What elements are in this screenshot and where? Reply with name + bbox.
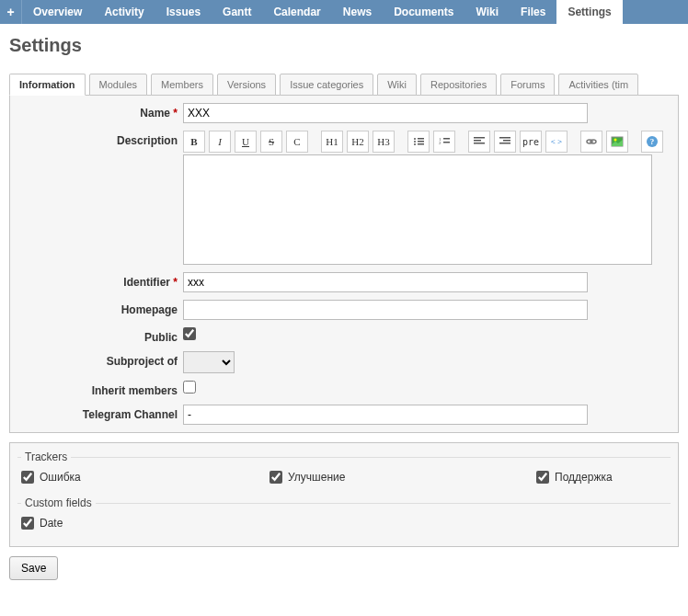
svg-point-2	[414, 141, 416, 143]
subtab-activities-tim[interactable]: Activities (tim	[558, 74, 638, 96]
nav-tab-settings[interactable]: Settings	[556, 0, 622, 24]
svg-point-19	[614, 139, 617, 142]
subproject-label: Subproject of	[107, 355, 178, 368]
identifier-input[interactable]	[183, 272, 588, 292]
nav-tab-documents[interactable]: Documents	[383, 0, 464, 24]
subtab-repositories[interactable]: Repositories	[420, 74, 497, 96]
svg-text:?: ?	[650, 137, 655, 146]
required-mark: *	[173, 276, 178, 289]
tracker-label: Поддержка	[555, 471, 613, 484]
toolbar-spacer	[459, 131, 464, 153]
svg-rect-15	[499, 143, 510, 144]
subtab-wiki[interactable]: Wiki	[377, 74, 417, 96]
page-title: Settings	[0, 24, 688, 73]
link-icon[interactable]	[580, 131, 602, 153]
tracker-label: Ошибка	[40, 471, 81, 484]
settings-subtabs: InformationModulesMembersVersionsIssue c…	[0, 74, 688, 96]
align-left-icon[interactable]	[468, 131, 490, 153]
custom-fields-legend: Custom fields	[21, 496, 96, 509]
svg-rect-9	[443, 142, 450, 143]
svg-rect-11	[474, 140, 481, 142]
custom-field-label: Date	[40, 517, 63, 530]
tracker-checkbox[interactable]	[269, 471, 282, 484]
align-right-icon[interactable]	[494, 131, 516, 153]
svg-point-0	[414, 138, 416, 140]
nav-tab-activity[interactable]: Activity	[93, 0, 155, 24]
subtab-issue-categories[interactable]: Issue categories	[280, 74, 373, 96]
save-button[interactable]: Save	[9, 556, 58, 580]
nav-tab-calendar[interactable]: Calendar	[262, 0, 331, 24]
toolbar-spacer	[312, 131, 317, 153]
description-label: Description	[117, 134, 178, 147]
strike-icon[interactable]: S	[260, 131, 282, 153]
subtab-members[interactable]: Members	[151, 74, 213, 96]
italic-icon[interactable]: I	[209, 131, 231, 153]
telegram-input[interactable]	[183, 405, 588, 425]
svg-rect-1	[418, 138, 424, 140]
html-icon[interactable]: < >	[545, 131, 568, 153]
description-editor[interactable]	[183, 154, 652, 265]
public-checkbox[interactable]	[183, 327, 196, 340]
nav-tab-news[interactable]: News	[332, 0, 383, 24]
numbered-list-icon[interactable]: 12	[433, 131, 455, 153]
pre-icon[interactable]: pre	[520, 131, 542, 153]
trackers-fieldset: Trackers ОшибкаУлучшениеПоддержка	[17, 451, 671, 493]
toolbar-spacer	[571, 131, 577, 153]
telegram-label: Telegram Channel	[83, 408, 178, 421]
custom-field-checkbox[interactable]	[21, 517, 34, 530]
subtab-information[interactable]: Information	[9, 74, 86, 96]
subtab-forums[interactable]: Forums	[500, 74, 555, 96]
name-label: Name	[140, 107, 170, 120]
nav-tab-overview[interactable]: Overview	[22, 0, 93, 24]
tracker-label: Улучшение	[288, 471, 345, 484]
nav-tab-issues[interactable]: Issues	[155, 0, 212, 24]
nav-tab-wiki[interactable]: Wiki	[465, 0, 510, 24]
svg-rect-5	[418, 143, 424, 145]
bullet-list-icon[interactable]	[407, 131, 430, 153]
homepage-input[interactable]	[183, 300, 588, 320]
help-icon[interactable]: ?	[641, 131, 663, 153]
svg-text:2: 2	[439, 141, 441, 145]
bold-icon[interactable]: B	[183, 131, 205, 153]
subproject-select[interactable]	[183, 351, 235, 373]
svg-rect-10	[474, 137, 485, 139]
trackers-legend: Trackers	[21, 451, 71, 463]
underline-icon[interactable]: U	[235, 131, 257, 153]
identifier-label: Identifier	[123, 276, 170, 289]
subtab-modules[interactable]: Modules	[89, 74, 148, 96]
tracker-checkbox[interactable]	[536, 471, 549, 484]
inherit-label: Inherit members	[92, 384, 178, 397]
h3-icon[interactable]: H3	[373, 131, 395, 153]
inherit-checkbox[interactable]	[183, 381, 196, 394]
top-nav: + OverviewActivityIssuesGanttCalendarNew…	[0, 0, 688, 24]
lower-panel: Trackers ОшибкаУлучшениеПоддержка Custom…	[9, 442, 679, 547]
homepage-label: Homepage	[121, 303, 178, 316]
svg-rect-12	[474, 143, 485, 144]
public-label: Public	[144, 331, 178, 344]
tracker-checkbox[interactable]	[21, 471, 34, 484]
custom-fields-fieldset: Custom fields Date	[17, 496, 671, 539]
nav-tab-gantt[interactable]: Gantt	[212, 0, 262, 24]
settings-panel: Name * Description B I U S C H1 H2 H3 12	[9, 95, 679, 433]
required-mark: *	[173, 107, 178, 120]
name-input[interactable]	[183, 103, 588, 123]
svg-rect-13	[499, 137, 510, 139]
nav-tab-files[interactable]: Files	[510, 0, 556, 24]
svg-rect-3	[418, 141, 424, 143]
toolbar-spacer	[632, 131, 637, 153]
add-button[interactable]: +	[0, 0, 22, 24]
svg-point-17	[591, 140, 596, 143]
editor-toolbar: B I U S C H1 H2 H3 12 pre < >	[183, 131, 671, 153]
svg-point-4	[414, 143, 416, 145]
h1-icon[interactable]: H1	[321, 131, 343, 153]
subtab-versions[interactable]: Versions	[217, 74, 276, 96]
h2-icon[interactable]: H2	[347, 131, 369, 153]
svg-rect-14	[503, 140, 510, 142]
svg-rect-7	[443, 138, 450, 140]
image-icon[interactable]	[606, 131, 628, 153]
toolbar-spacer	[398, 131, 404, 153]
code-icon[interactable]: C	[286, 131, 308, 153]
